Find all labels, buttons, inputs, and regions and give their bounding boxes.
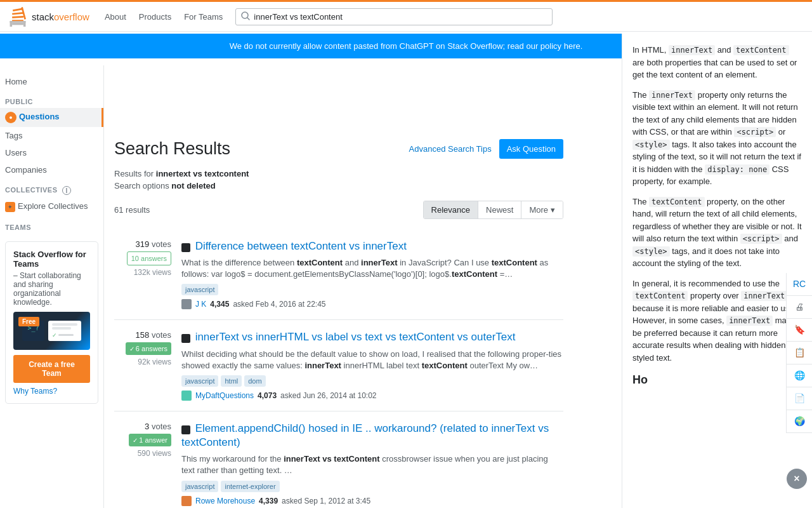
- user-rep: 4,073: [258, 391, 277, 400]
- question-title[interactable]: Difference between textContent vs innerT…: [195, 240, 407, 252]
- svg-rect-3: [12, 23, 23, 25]
- create-team-button[interactable]: Create a free Team: [13, 355, 90, 383]
- stat-views: 92k views: [114, 358, 171, 366]
- right-panel-heading-partial: Ho: [632, 371, 802, 389]
- main-content: Search Results Advanced Search Tips Ask …: [104, 124, 573, 508]
- question-excerpt: Whilst deciding what should be the defau…: [181, 349, 563, 371]
- panel-icon-7[interactable]: 🌍: [787, 410, 812, 433]
- collectives-info-icon[interactable]: i: [62, 186, 71, 195]
- question-type-icon: [181, 243, 190, 252]
- right-panel: In HTML, innerText and textContent are b…: [622, 34, 812, 508]
- panel-icon-6[interactable]: 📄: [787, 387, 812, 410]
- header-nav: About Products For Teams: [100, 8, 228, 25]
- panel-icon-2[interactable]: 🖨: [787, 296, 812, 319]
- tag[interactable]: javascript: [181, 375, 218, 387]
- panel-icon-1[interactable]: RC: [787, 273, 812, 296]
- why-teams-link[interactable]: Why Teams?: [13, 387, 57, 396]
- answers-badge: ✓1 answer: [129, 434, 171, 446]
- header-actions: Advanced Search Tips Ask Question: [409, 139, 563, 159]
- question-footer: MyDaftQuestions 4,073 asked Jun 26, 2014…: [181, 391, 563, 401]
- user-link[interactable]: J K: [195, 300, 206, 309]
- search-results-title: Search Results: [114, 139, 230, 159]
- sidebar-public-label: PUBLIC: [0, 90, 103, 108]
- chevron-down-icon: ▾: [551, 205, 555, 215]
- search-meta-results-for: Results for innertext vs textcontent: [114, 169, 563, 178]
- search-results-header: Search Results Advanced Search Tips Ask …: [114, 139, 563, 159]
- question-item: 158 votes ✓6 answers 92k views innerText…: [114, 320, 563, 411]
- stat-views: 132k views: [114, 268, 171, 277]
- sort-relevance[interactable]: Relevance: [424, 201, 478, 218]
- sort-newest[interactable]: Newest: [478, 201, 521, 218]
- asked-date: asked Jun 26, 2014 at 10:02: [280, 391, 376, 400]
- question-tags: javascript html dom: [181, 375, 563, 387]
- question-title[interactable]: Element.appendChild() hosed in IE .. wor…: [181, 422, 549, 448]
- search-input[interactable]: [254, 12, 547, 22]
- asked-date: asked Feb 4, 2016 at 22:45: [233, 300, 325, 309]
- right-panel-p4: In general, it is recommended to use the…: [632, 277, 802, 364]
- question-type-icon: [181, 425, 190, 434]
- user-link[interactable]: MyDaftQuestions: [195, 391, 254, 400]
- question-stats: 319 votes 10 answers 132k views: [114, 239, 171, 309]
- question-stats: 3 votes ✓1 answer 590 views: [114, 422, 171, 506]
- left-sidebar: Home PUBLIC ●Questions Tags Users Compan…: [0, 65, 104, 508]
- stat-views: 590 views: [114, 449, 171, 458]
- answers-badge: 10 answers: [127, 251, 171, 265]
- sidebar-companies[interactable]: Companies: [0, 161, 103, 178]
- question-item: 319 votes 10 answers 132k views Differen…: [114, 229, 563, 320]
- teams-promo: Stack Overflow for Teams – Start collabo…: [5, 241, 98, 404]
- question-footer: J K 4,345 asked Feb 4, 2016 at 22:45: [181, 299, 563, 309]
- teams-illustration: Free >_? ✓: [13, 312, 90, 350]
- panel-icon-4[interactable]: 📋: [787, 342, 812, 364]
- right-panel-p1: In HTML, innerText and textContent are b…: [632, 44, 802, 81]
- teams-promo-desc: – Start collaborating and sharing organi…: [13, 271, 90, 307]
- sidebar-collectives-label: COLLECTIVES i: [0, 178, 103, 197]
- nav-about[interactable]: About: [100, 8, 131, 25]
- tag[interactable]: internet-explorer: [221, 481, 279, 492]
- right-panel-icons: RC 🖨 🔖 📋 🌐 📄 🌍: [786, 273, 812, 433]
- sidebar-explore-collectives[interactable]: ✦Explore Collectives: [0, 197, 103, 216]
- svg-rect-1: [10, 21, 26, 23]
- right-panel-p2: The innerText property only returns the …: [632, 89, 802, 188]
- sort-more[interactable]: More ▾: [521, 201, 563, 218]
- question-body: Element.appendChild() hosed in IE .. wor…: [181, 422, 563, 506]
- advanced-search-link[interactable]: Advanced Search Tips: [409, 144, 492, 154]
- user-avatar: [181, 496, 192, 506]
- right-panel-p3: The textContent property, on the other h…: [632, 196, 802, 270]
- user-avatar: [181, 391, 192, 401]
- tag[interactable]: javascript: [181, 284, 218, 295]
- nav-for-teams[interactable]: For Teams: [179, 8, 228, 25]
- tag[interactable]: dom: [244, 375, 265, 387]
- stat-votes: 319 votes: [114, 239, 171, 249]
- panel-icon-3[interactable]: 🔖: [787, 319, 812, 342]
- logo-text: stackoverflow: [32, 11, 89, 22]
- logo[interactable]: stackoverflow: [8, 5, 89, 28]
- user-link[interactable]: Rowe Morehouse: [195, 497, 255, 505]
- question-excerpt: What is the difference between textConte…: [181, 257, 563, 280]
- nav-products[interactable]: Products: [134, 8, 176, 25]
- panel-icon-5[interactable]: 🌐: [787, 364, 812, 387]
- search-meta-options: Search options not deleted: [114, 181, 563, 190]
- results-bar: 61 results Relevance Newest More ▾: [114, 201, 563, 219]
- question-tags: javascript internet-explorer: [181, 481, 563, 492]
- user-rep: 4,345: [210, 300, 229, 309]
- sidebar-questions[interactable]: ●Questions: [0, 108, 103, 127]
- question-title[interactable]: innerText vs innerHTML vs label vs text …: [195, 331, 516, 343]
- tag[interactable]: html: [221, 375, 242, 387]
- sidebar-teams-label: TEAMS: [0, 216, 103, 234]
- asked-date: asked Sep 1, 2012 at 3:45: [282, 497, 370, 505]
- question-stats: 158 votes ✓6 answers 92k views: [114, 330, 171, 400]
- ask-question-button[interactable]: Ask Question: [499, 139, 563, 159]
- question-item: 3 votes ✓1 answer 590 views Element.appe…: [114, 411, 563, 508]
- svg-rect-7: [12, 20, 23, 21]
- teams-promo-title: Stack Overflow for Teams: [13, 250, 90, 269]
- sidebar-home[interactable]: Home: [0, 73, 103, 90]
- question-type-icon: [181, 334, 190, 343]
- svg-rect-5: [12, 16, 23, 18]
- stat-votes: 158 votes: [114, 330, 171, 340]
- sidebar-tags[interactable]: Tags: [0, 127, 103, 144]
- answers-badge: ✓6 answers: [126, 342, 171, 355]
- sidebar-users[interactable]: Users: [0, 144, 103, 161]
- banner-text: We do not currently allow content pasted…: [230, 41, 583, 51]
- right-panel-close-button[interactable]: ×: [787, 469, 807, 489]
- tag[interactable]: javascript: [181, 481, 218, 492]
